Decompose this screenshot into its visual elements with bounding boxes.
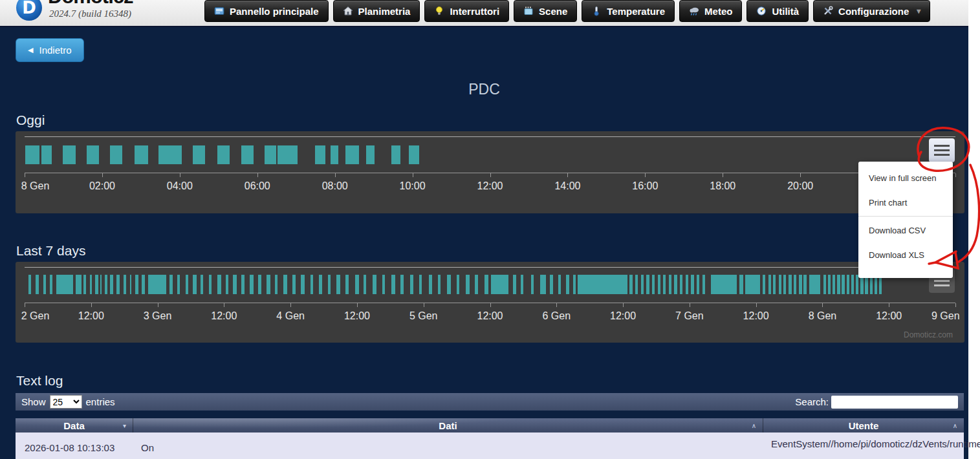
app-logo[interactable]: D Domoticz 2024.7 (build 16348) xyxy=(16,0,133,21)
activity-bar xyxy=(847,275,849,294)
search-input[interactable] xyxy=(831,396,958,409)
watermark: Domoticz.com xyxy=(904,330,953,339)
activity-bar xyxy=(779,275,781,294)
menu-item-fullscreen[interactable]: View in full screen xyxy=(858,165,953,190)
activity-bar xyxy=(697,275,699,294)
activity-bar xyxy=(328,275,331,294)
axis-tick xyxy=(224,303,224,307)
back-arrow-icon: ◀ xyxy=(28,46,33,54)
activity-bar xyxy=(702,275,705,294)
activity-bar xyxy=(828,275,831,294)
activity-bar xyxy=(193,145,205,164)
today-chart-title: Oggi xyxy=(16,112,45,128)
activity-bar xyxy=(382,275,385,294)
activity-bar xyxy=(76,275,82,294)
column-header-utente[interactable]: Utente ∧ xyxy=(763,418,964,432)
column-header-dati[interactable]: Dati ∧ xyxy=(133,418,763,432)
axis-tick xyxy=(290,303,291,307)
page-size-select[interactable]: 25 xyxy=(50,395,82,409)
axis-tick-label: 4 Gen xyxy=(276,310,305,322)
activity-bar xyxy=(267,275,270,294)
activity-bar xyxy=(674,275,677,294)
chart-context-menu: View in full screen Print chart Download… xyxy=(858,162,953,278)
axis-tick xyxy=(413,173,413,177)
menu-item-print[interactable]: Print chart xyxy=(858,190,953,215)
axis-tick-label: 9 Gen xyxy=(931,310,960,322)
activity-bar xyxy=(641,275,644,294)
activity-bar xyxy=(275,275,278,294)
axis-tick xyxy=(800,173,801,177)
activity-bar xyxy=(177,275,180,294)
activity-bar xyxy=(669,275,671,294)
activity-bar xyxy=(629,275,632,294)
entries-label: entries xyxy=(86,396,115,407)
rain-cloud-icon xyxy=(689,6,699,16)
axis-tick xyxy=(490,303,491,307)
activity-bar xyxy=(457,275,459,294)
axis-tick-label: 12:00 xyxy=(743,310,769,322)
panel-icon xyxy=(214,6,224,16)
activity-bar xyxy=(319,275,323,294)
axis-tick xyxy=(889,303,889,307)
nav-scenes-button[interactable]: Scene xyxy=(514,0,577,22)
axis-tick-label: 20:00 xyxy=(787,180,813,192)
axis-tick-label: 06:00 xyxy=(245,180,270,192)
nav-label: Utilità xyxy=(772,6,799,17)
axis-tick xyxy=(357,303,358,307)
activity-bar xyxy=(241,145,254,164)
nav-setup-button[interactable]: Configurazione ▾ xyxy=(813,0,930,22)
main-content: ◀ Indietro PDC Oggi 8 Gen02:0004:0006:00… xyxy=(0,27,968,459)
axis-tick-label: 3 Gen xyxy=(144,310,172,322)
activity-bar xyxy=(646,275,649,294)
today-chart-menu-button[interactable] xyxy=(929,138,955,162)
activity-bar xyxy=(110,275,113,294)
activity-bar xyxy=(169,275,172,294)
activity-bar xyxy=(278,145,297,164)
sort-asc-icon: ∧ xyxy=(953,422,957,429)
activity-bar xyxy=(345,145,358,164)
activity-bar xyxy=(250,275,254,294)
activity-bar xyxy=(116,275,119,294)
activity-bar xyxy=(540,275,546,294)
nav-weather-button[interactable]: Meteo xyxy=(679,0,742,22)
activity-bar xyxy=(566,275,569,294)
activity-bar xyxy=(686,275,688,294)
activity-bar xyxy=(391,275,395,294)
column-header-data[interactable]: Data ▾ xyxy=(16,418,133,432)
activity-bar xyxy=(711,275,737,294)
today-chart[interactable]: 8 Gen02:0004:0006:0008:0010:0012:0014:00… xyxy=(16,131,964,213)
table-toolbar: Show 25 entries Search: xyxy=(16,393,964,411)
axis-tick-label: 7 Gen xyxy=(675,310,704,322)
axis-tick xyxy=(556,303,557,307)
activity-bar xyxy=(105,275,107,294)
axis-tick xyxy=(335,173,336,177)
axis-tick-label: 10:00 xyxy=(400,180,426,192)
nav-switches-button[interactable]: Interruttori xyxy=(424,0,509,22)
nav-dashboard-button[interactable]: Pannello principale xyxy=(204,0,329,22)
back-label: Indietro xyxy=(39,45,71,56)
menu-item-download-csv[interactable]: Download CSV xyxy=(858,218,953,242)
nav-utility-button[interactable]: Utilità xyxy=(746,0,809,22)
activity-bar xyxy=(635,275,638,294)
back-button[interactable]: ◀ Indietro xyxy=(16,38,84,62)
axis-tick-label: 02:00 xyxy=(89,180,115,192)
activity-bar xyxy=(521,275,523,294)
chevron-down-icon: ▾ xyxy=(917,6,920,16)
axis-tick xyxy=(424,303,424,307)
activity-bar xyxy=(513,275,516,294)
nav-label: Scene xyxy=(539,6,567,17)
axis-tick xyxy=(180,173,180,177)
nav-floorplan-button[interactable]: Planimetria xyxy=(333,0,420,22)
activity-bar xyxy=(745,275,760,294)
activity-bar xyxy=(50,275,52,294)
activity-bar xyxy=(763,275,765,294)
activity-bar xyxy=(87,145,99,164)
activity-bar xyxy=(410,275,414,294)
nav-label: Temperature xyxy=(607,6,665,17)
axis-tick xyxy=(623,303,624,307)
activity-bar xyxy=(100,275,102,294)
week-chart[interactable]: 2 Gen12:003 Gen12:004 Gen12:005 Gen12:00… xyxy=(16,262,964,343)
menu-item-download-xls[interactable]: Download XLS xyxy=(858,242,953,267)
nav-temperature-button[interactable]: Temperature xyxy=(582,0,675,22)
today-chart-axis xyxy=(25,173,955,173)
